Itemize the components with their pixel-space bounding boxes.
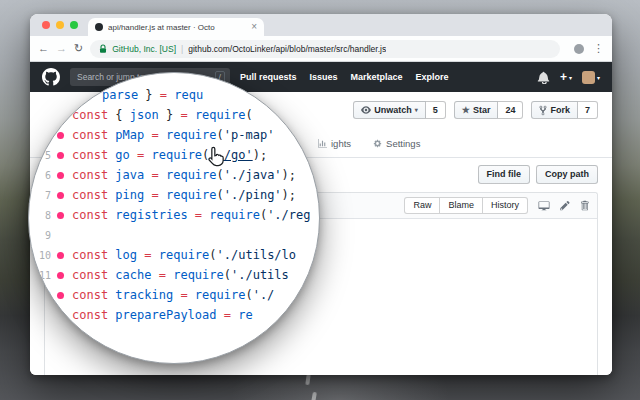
forward-icon[interactable]: → [56,43,67,54]
code-token: = [180,108,187,122]
code-token: = [180,288,187,302]
code-token: re [238,308,252,322]
code-token: ); [282,168,296,182]
fork-count[interactable]: 7 [578,101,598,119]
code-token: = [152,188,159,202]
github-header-right: +▾ ▾ [537,62,600,92]
browser-menu-icon[interactable]: ⋮ [593,43,604,54]
browser-tab[interactable]: api/handler.js at master · Octo × [88,18,264,36]
code-token: const [72,268,108,282]
code-line: 5const go = require('./go'); [29,145,319,165]
user-menu[interactable]: ▾ [582,71,600,84]
code-token: ( [245,288,252,302]
fork-icon [539,105,547,116]
code-token: ( [217,188,224,202]
code-token: cache [115,268,151,282]
unwatch-button[interactable]: Unwatch ▾ [353,101,426,119]
octolinker-dot [57,252,64,259]
line-number[interactable]: 7 [29,190,51,201]
code-token: const [72,108,108,122]
trash-icon[interactable] [580,200,589,211]
address-bar: ← → ↻ GitHub, Inc. [US] | github.com/Oct… [30,36,612,62]
repo-social-actions: Unwatch ▾ 5 ★ Star 24 Fork [353,101,598,119]
raw-button[interactable]: Raw [404,197,440,214]
create-new-menu[interactable]: +▾ [560,71,572,83]
code-token: require [159,248,210,262]
star-icon: ★ [462,106,470,115]
nav-pull-requests[interactable]: Pull requests [240,72,297,82]
code-token [159,168,166,182]
code-token: ( [224,268,231,282]
caret-down-icon: ▾ [569,74,572,81]
traffic-light-close-button[interactable] [42,21,50,29]
code-token: const [72,188,108,202]
github-nav: Pull requests Issues Marketplace Explore [240,72,449,82]
code-token [188,288,195,302]
code-token: require [166,188,217,202]
copy-path-button[interactable]: Copy path [536,165,598,184]
desktop-icon[interactable] [538,200,550,211]
code-token: './java' [224,168,282,182]
view-mode-group: Raw Blame History [404,197,528,214]
code-line: 10const log = require('./utils/lo [29,245,319,265]
code-token: './reg [267,208,310,222]
star-button[interactable]: ★ Star [454,101,499,119]
line-number[interactable]: 8 [29,210,51,221]
tab-insights[interactable]: ights [318,138,351,149]
nav-explore[interactable]: Explore [416,72,449,82]
unwatch-label: Unwatch [374,104,412,116]
code-token: require [195,108,246,122]
hand-cursor-icon [205,146,225,172]
caret-down-icon: ▾ [415,104,418,116]
toolbar-right: ⋮ [574,43,604,54]
code-token: preparePayload [115,308,216,322]
code-line: 13const preparePayload = re [29,305,319,325]
code-token: = [195,208,202,222]
code-token: go [115,148,129,162]
traffic-light-minimize-button[interactable] [56,21,64,29]
bell-icon[interactable] [537,71,550,84]
code-token: ping [115,188,144,202]
extension-icon[interactable] [574,44,584,54]
octolinker-dot [57,152,64,159]
back-icon[interactable]: ← [38,43,49,54]
code-token [159,188,166,202]
reload-icon[interactable]: ↻ [74,43,83,54]
tab-settings[interactable]: Settings [373,138,420,149]
graph-icon [318,139,327,148]
code-token: const [72,168,108,182]
fork-button[interactable]: Fork [531,101,578,119]
code-line: 9 [29,225,319,245]
screenshot-stage: api/handler.js at master · Octo × ← → ↻ … [0,0,640,400]
code-token: = [224,308,231,322]
github-logo-icon[interactable] [42,68,60,86]
code-token: const [72,308,108,322]
history-button[interactable]: History [483,197,528,214]
nav-marketplace[interactable]: Marketplace [351,72,403,82]
url-field[interactable]: GitHub, Inc. [US] | github.com/OctoLinke… [90,40,560,58]
code-line: 6const java = require('./java'); [29,165,319,185]
code-token: './ [253,288,275,302]
code-line: 12const tracking = require('./ [29,285,319,305]
code-token: = [144,248,151,262]
find-file-button[interactable]: Find file [478,165,531,184]
url-separator: | [181,44,183,54]
code-token [144,168,151,182]
code-token: require [209,208,260,222]
code-token: = [160,88,167,102]
blame-button[interactable]: Blame [440,197,483,214]
line-number[interactable]: 9 [29,230,51,241]
code-token: } [138,88,160,102]
fork-label: Fork [550,104,570,116]
magnifier-lens: parse } = requconst { json } = require(4… [28,72,320,364]
code-token [144,128,151,142]
nav-issues[interactable]: Issues [310,72,338,82]
traffic-light-maximize-button[interactable] [70,21,78,29]
watch-count[interactable]: 5 [426,101,446,119]
tab-close-icon[interactable]: × [251,22,257,32]
edit-pencil-icon[interactable] [560,200,570,211]
star-count[interactable]: 24 [498,101,523,119]
watch-group: Unwatch ▾ 5 [353,101,446,119]
insights-label: ights [331,138,351,149]
code-token: } [159,108,181,122]
